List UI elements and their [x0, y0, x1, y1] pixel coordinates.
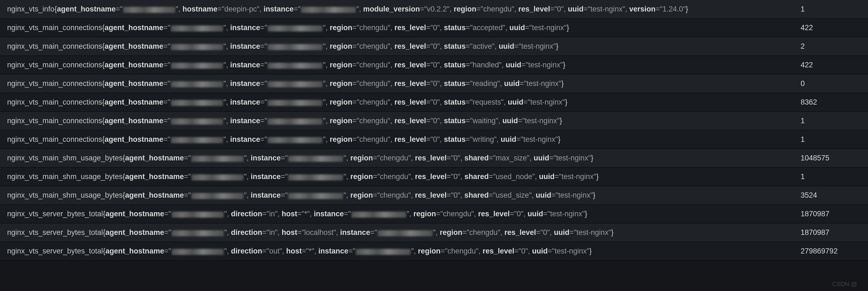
metric-cell: nginx_vts_server_bytes_total{agent_hostn… — [0, 242, 794, 261]
equals-sign: = — [551, 191, 556, 199]
metric-row[interactable]: nginx_vts_main_connections{agent_hostnam… — [0, 93, 868, 112]
metric-row[interactable]: nginx_vts_main_connections{agent_hostnam… — [0, 56, 868, 74]
equals-sign: = — [466, 24, 470, 32]
comma: , — [326, 42, 330, 51]
quote: " — [526, 61, 528, 69]
quote: " — [323, 98, 326, 106]
metric-row[interactable]: nginx_vts_server_bytes_total{agent_hostn… — [0, 242, 868, 261]
quote: " — [323, 61, 326, 69]
brace-close: } — [591, 154, 593, 162]
equals-sign: = — [521, 61, 526, 69]
label-value: * — [309, 247, 312, 255]
brace-close: } — [556, 42, 558, 51]
metric-row[interactable]: nginx_vts_info{agent_hostname="", hostna… — [0, 0, 868, 19]
label-key: agent_hostname — [125, 191, 184, 199]
equals-sign: = — [447, 172, 451, 181]
equals-sign: = — [352, 98, 356, 106]
equals-sign: = — [302, 247, 306, 255]
quote: " — [554, 5, 557, 13]
quote: " — [411, 247, 414, 255]
quote: " — [188, 172, 191, 181]
quote: " — [223, 117, 226, 125]
metric-cell: nginx_vts_main_shm_usage_bytes{agent_hos… — [0, 149, 794, 167]
brace-open: { — [123, 154, 125, 162]
equals-sign: = — [515, 247, 519, 255]
quote: " — [503, 24, 505, 32]
comma: , — [259, 5, 264, 13]
metric-name: nginx_vts_main_shm_usage_bytes — [7, 191, 123, 199]
metric-row[interactable]: nginx_vts_server_bytes_total{agent_hostn… — [0, 205, 868, 223]
label-value: chengdu — [359, 117, 388, 125]
comma: , — [277, 228, 282, 236]
quote: " — [265, 135, 267, 143]
quote: " — [120, 5, 123, 13]
metric-row[interactable]: nginx_vts_main_connections{agent_hostnam… — [0, 130, 868, 149]
metric-row[interactable]: nginx_vts_main_shm_usage_bytes{agent_hos… — [0, 186, 868, 205]
label-key: instance — [230, 117, 260, 125]
comma: , — [226, 135, 230, 143]
metric-row[interactable]: nginx_vts_main_connections{agent_hostnam… — [0, 19, 868, 37]
comma: , — [247, 154, 251, 162]
metric-row[interactable]: nginx_vts_main_shm_usage_bytes{agent_hos… — [0, 167, 868, 186]
quote: " — [437, 98, 440, 106]
label-key: region — [330, 79, 352, 88]
metric-name: nginx_vts_main_connections — [7, 117, 102, 125]
quote: " — [388, 79, 390, 88]
metric-row[interactable]: nginx_vts_main_shm_usage_bytes{agent_hos… — [0, 149, 868, 167]
brace-close: } — [593, 191, 595, 199]
redacted-value — [356, 249, 410, 255]
brace-close: } — [558, 135, 560, 143]
brace-open: { — [102, 98, 105, 106]
metric-value: 1 — [794, 112, 868, 130]
brace-close: } — [611, 228, 614, 236]
label-value: chengdu — [359, 24, 388, 32]
label-value: v0.2.2 — [427, 5, 447, 13]
quote: " — [377, 172, 380, 181]
quote: " — [223, 61, 226, 69]
metric-name: nginx_vts_main_connections — [7, 61, 102, 69]
quote: " — [356, 117, 359, 125]
comma: , — [411, 154, 415, 162]
quote: " — [167, 98, 170, 106]
equals-sign: = — [163, 24, 167, 32]
equals-sign: = — [426, 135, 431, 143]
comma: , — [326, 24, 330, 32]
label-key: agent_hostname — [125, 154, 184, 162]
quote: " — [224, 210, 227, 218]
brace-open: { — [102, 117, 105, 125]
label-key: uuid — [528, 210, 543, 218]
comma: , — [227, 210, 231, 218]
comma: , — [505, 24, 509, 32]
redacted-value — [351, 212, 406, 218]
quote: " — [244, 172, 247, 181]
equals-sign: = — [516, 135, 521, 143]
metric-row[interactable]: nginx_vts_main_connections{agent_hostnam… — [0, 112, 868, 130]
metric-row[interactable]: nginx_vts_server_bytes_total{agent_hostn… — [0, 223, 868, 242]
brace-open: { — [55, 5, 57, 13]
equals-sign: = — [281, 172, 285, 181]
label-value: chengdu — [380, 172, 408, 181]
metric-row[interactable]: nginx_vts_main_connections{agent_hostnam… — [0, 37, 868, 56]
comma: , — [498, 117, 502, 125]
label-value: 0 — [454, 191, 458, 199]
label-key: status — [444, 117, 466, 125]
quote: " — [223, 42, 226, 51]
label-value: in — [269, 210, 275, 218]
quote: " — [553, 42, 556, 51]
quote: " — [407, 210, 409, 218]
comma: , — [440, 98, 444, 106]
redacted-value — [171, 26, 223, 31]
quote: " — [279, 247, 282, 255]
quote: " — [267, 247, 269, 255]
quote: " — [532, 172, 535, 181]
comma: , — [414, 247, 418, 255]
metric-value: 1870987 — [794, 223, 868, 242]
label-key: res_level — [395, 24, 426, 32]
equals-sign: = — [426, 24, 431, 32]
equals-sign: = — [262, 210, 267, 218]
equals-sign: = — [489, 191, 493, 199]
brace-close: } — [567, 24, 569, 32]
metric-row[interactable]: nginx_vts_main_connections{agent_hostnam… — [0, 74, 868, 93]
quote: " — [430, 24, 433, 32]
label-value: chengdu — [359, 135, 388, 143]
